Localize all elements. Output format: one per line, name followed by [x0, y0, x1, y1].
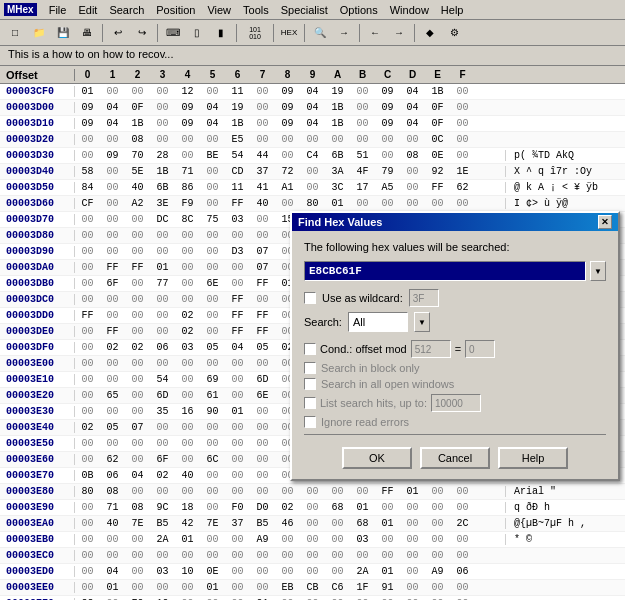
hex-byte[interactable]: 09 [275, 102, 300, 113]
find-button[interactable]: 🔍 [309, 22, 331, 44]
hex-byte[interactable]: 07 [250, 262, 275, 273]
hex-byte[interactable]: FF [75, 310, 100, 321]
hex-byte[interactable]: 00 [125, 294, 150, 305]
hex-byte[interactable]: 00 [450, 198, 475, 209]
hex-byte[interactable]: 02 [100, 342, 125, 353]
hex-byte[interactable]: 00 [125, 358, 150, 369]
hex-byte[interactable]: 00 [300, 486, 325, 497]
redo-button[interactable]: ↪ [131, 22, 153, 44]
hex-byte[interactable]: 00 [350, 550, 375, 561]
hex-byte[interactable]: FF [375, 486, 400, 497]
hex-byte[interactable]: 58 [75, 166, 100, 177]
hex-byte[interactable]: 04 [300, 102, 325, 113]
table-row[interactable]: 00003ED000040003100E00000000002A0100A906 [0, 564, 625, 580]
save-button[interactable]: 💾 [52, 22, 74, 44]
hex-byte[interactable]: E5 [225, 134, 250, 145]
hex-byte[interactable]: 06 [450, 566, 475, 577]
hex-byte[interactable]: 00 [125, 326, 150, 337]
table-row[interactable]: 00003CF001000000120011000904190009041B00 [0, 84, 625, 100]
hex-byte[interactable]: F9 [175, 198, 200, 209]
hex-byte[interactable]: 00 [75, 502, 100, 513]
hex-byte[interactable]: 12 [175, 86, 200, 97]
hex-byte[interactable]: 00 [75, 582, 100, 593]
hex-byte[interactable]: 00 [175, 550, 200, 561]
search-value-dropdown-button[interactable]: ▼ [590, 261, 606, 281]
table-row[interactable]: 00003EF02300F010000000010000000000000000 [0, 596, 625, 600]
hex-byte[interactable]: 00 [100, 214, 125, 225]
hex-byte[interactable]: 00 [250, 422, 275, 433]
hex-byte[interactable]: 00 [75, 262, 100, 273]
hex-byte[interactable]: 00 [400, 134, 425, 145]
ok-button[interactable]: OK [342, 447, 412, 469]
hex-byte[interactable]: EB [275, 582, 300, 593]
hex-byte[interactable]: 00 [300, 550, 325, 561]
hex-byte[interactable]: 42 [175, 518, 200, 529]
hex-byte[interactable]: 00 [450, 102, 475, 113]
hex-byte[interactable]: 69 [200, 374, 225, 385]
hex-byte[interactable]: 00 [200, 438, 225, 449]
hex-byte[interactable]: D3 [225, 246, 250, 257]
hex-byte[interactable]: FF [225, 310, 250, 321]
hex-byte[interactable]: 00 [225, 534, 250, 545]
hex-byte[interactable]: 00 [275, 550, 300, 561]
hex-byte[interactable]: 00 [200, 422, 225, 433]
hex-byte[interactable]: 00 [450, 550, 475, 561]
hex-byte[interactable]: 00 [300, 534, 325, 545]
hex-byte[interactable]: 00 [100, 294, 125, 305]
hex-byte[interactable]: 01 [375, 518, 400, 529]
hex-byte[interactable]: 00 [150, 550, 175, 561]
hex-byte[interactable]: 01 [200, 582, 225, 593]
hex-byte[interactable]: 00 [100, 534, 125, 545]
hex-byte[interactable]: 00 [100, 310, 125, 321]
hex-byte[interactable]: CF [75, 198, 100, 209]
cut-button[interactable]: ⌨ [162, 22, 184, 44]
hex-byte[interactable]: 00 [225, 470, 250, 481]
hex-byte[interactable]: 40 [175, 470, 200, 481]
hex-byte[interactable]: 00 [250, 230, 275, 241]
hex-byte[interactable]: 1B [125, 118, 150, 129]
new-button[interactable]: □ [4, 22, 26, 44]
hex-byte[interactable]: 00 [75, 150, 100, 161]
hex-byte[interactable]: 7E [200, 518, 225, 529]
hex-byte[interactable]: 0F [425, 118, 450, 129]
cond-checkbox[interactable] [304, 343, 316, 355]
hex-byte[interactable]: A1 [275, 182, 300, 193]
hex-byte[interactable]: 07 [125, 422, 150, 433]
hex-byte[interactable]: 00 [75, 214, 100, 225]
hex-byte[interactable]: 7E [125, 518, 150, 529]
hex-byte[interactable]: 0F [125, 102, 150, 113]
hex-byte[interactable]: 00 [150, 326, 175, 337]
hex-byte[interactable]: 00 [325, 486, 350, 497]
menu-view[interactable]: View [201, 2, 237, 18]
hex-byte[interactable]: 00 [325, 518, 350, 529]
hex-byte[interactable]: 00 [150, 118, 175, 129]
wildcard-input[interactable] [409, 289, 439, 307]
hex-byte[interactable]: 0C [425, 134, 450, 145]
hex-byte[interactable]: 75 [200, 214, 225, 225]
hex-byte[interactable]: 17 [350, 182, 375, 193]
hex-byte[interactable]: 05 [250, 342, 275, 353]
menu-specialist[interactable]: Specialist [275, 2, 334, 18]
hex-byte[interactable]: 00 [275, 534, 300, 545]
cond-result-input[interactable] [465, 340, 495, 358]
hex-byte[interactable]: A9 [250, 534, 275, 545]
menu-file[interactable]: File [43, 2, 73, 18]
hex-byte[interactable]: 00 [225, 230, 250, 241]
hex-byte[interactable]: 80 [300, 198, 325, 209]
hex-byte[interactable]: 86 [175, 182, 200, 193]
hex-byte[interactable]: 00 [125, 278, 150, 289]
hex-byte[interactable]: 04 [200, 102, 225, 113]
hex-byte[interactable]: 6D [250, 374, 275, 385]
hex-byte[interactable]: FF [225, 326, 250, 337]
hex-byte[interactable]: 00 [400, 182, 425, 193]
hex-byte[interactable]: 68 [350, 518, 375, 529]
help-button[interactable]: Help [498, 447, 568, 469]
hex-byte[interactable]: FF [250, 310, 275, 321]
hex-byte[interactable]: C6 [325, 582, 350, 593]
hex-byte[interactable]: 51 [350, 150, 375, 161]
hex-byte[interactable]: 54 [150, 374, 175, 385]
hex-byte[interactable]: 00 [425, 534, 450, 545]
table-row[interactable]: 00003E80800800000000000000000000FF010000… [0, 484, 625, 500]
hex-byte[interactable]: 40 [125, 182, 150, 193]
hex-byte[interactable]: 04 [400, 102, 425, 113]
